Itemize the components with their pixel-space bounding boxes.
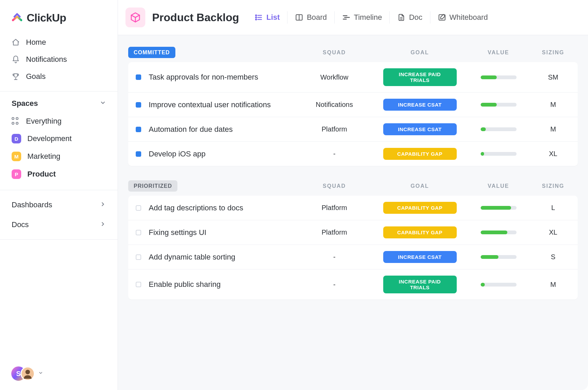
group-label[interactable]: PRIORITIZED [128, 180, 177, 192]
value-bar[interactable] [481, 231, 517, 234]
nav-label: Notifications [26, 55, 67, 64]
status-square-icon[interactable] [136, 230, 141, 235]
goal-pill[interactable]: INCREASE PAID TRIALS [383, 276, 457, 293]
clickup-logo-icon [11, 12, 23, 24]
topbar: Product Backlog ListBoardTimelineDocWhit… [118, 0, 588, 35]
group-header: COMMITTEDSQUADGOALVALUESIZING [128, 47, 578, 62]
sidebar-item-goals[interactable]: Goals [5, 68, 112, 85]
status-square-icon[interactable] [136, 151, 141, 157]
task-row[interactable]: Improve contextual user notificationsNot… [128, 93, 578, 117]
chevron-down-icon [38, 371, 43, 377]
space-product[interactable]: PProduct [5, 165, 112, 183]
chevron-right-icon [100, 200, 106, 209]
space-development[interactable]: DDevelopment [5, 130, 112, 148]
group-prioritized: PRIORITIZEDSQUADGOALVALUESIZINGAdd tag d… [128, 180, 578, 300]
value-bar[interactable] [481, 75, 517, 79]
goal-cell: INCREASE CSAT [375, 123, 464, 135]
task-row[interactable]: Task approvals for non-membersWorkflowIN… [128, 62, 578, 93]
task-row[interactable]: Enable public sharing-INCREASE PAID TRIA… [128, 269, 578, 300]
user-menu[interactable]: S [0, 357, 118, 390]
value-fill [481, 206, 511, 210]
goal-pill[interactable]: INCREASE CSAT [383, 99, 457, 111]
column-header-squad: SQUAD [297, 183, 372, 189]
task-name: Task approvals for non-members [149, 73, 258, 82]
status-square-icon[interactable] [136, 102, 141, 108]
view-tab-board[interactable]: Board [295, 13, 327, 22]
space-everything[interactable]: Everything [5, 113, 112, 130]
status-square-icon[interactable] [136, 74, 141, 80]
task-row[interactable]: Add dynamic table sorting-INCREASE CSATS [128, 245, 578, 269]
value-bar[interactable] [481, 152, 517, 156]
value-cell [468, 152, 529, 156]
main: Product Backlog ListBoardTimelineDocWhit… [118, 0, 588, 390]
view-tab-list[interactable]: List [255, 13, 280, 22]
squad-cell: - [297, 281, 372, 289]
page-cube-icon [125, 8, 145, 27]
task-name: Add dynamic table sorting [149, 253, 235, 262]
task-name: Enable public sharing [149, 280, 220, 289]
column-header-sizing: SIZING [533, 50, 574, 56]
sidebar: ClickUp HomeNotificationsGoals Spaces Ev… [0, 0, 118, 390]
value-cell [468, 127, 529, 131]
task-row[interactable]: Add tag descriptions to docsPlatformCAPA… [128, 196, 578, 220]
task-row[interactable]: Fixing settings UIPlatformCAPABILITY GAP… [128, 220, 578, 245]
avatar-stack: S [10, 365, 35, 382]
logo[interactable]: ClickUp [0, 0, 118, 32]
goal-pill[interactable]: CAPABILITY GAP [383, 148, 457, 160]
chevron-down-icon [100, 99, 106, 108]
task-row[interactable]: Develop iOS app-CAPABILITY GAPXL [128, 142, 578, 166]
status-square-icon[interactable] [136, 254, 141, 260]
sizing-cell: XL [533, 228, 574, 236]
task-name: Improve contextual user notifications [149, 100, 271, 109]
goal-pill[interactable]: CAPABILITY GAP [383, 202, 457, 214]
sidebar-item-notifications[interactable]: Notifications [5, 51, 112, 68]
task-rows: Add tag descriptions to docsPlatformCAPA… [128, 196, 578, 300]
divider [430, 11, 430, 24]
value-bar[interactable] [481, 283, 517, 287]
column-header-sizing: SIZING [533, 183, 574, 189]
divider [334, 11, 335, 24]
value-bar[interactable] [481, 127, 517, 131]
sidebar-item-home[interactable]: Home [5, 34, 112, 51]
goal-pill[interactable]: CAPABILITY GAP [383, 226, 457, 238]
view-tab-whiteboard[interactable]: Whiteboard [438, 13, 488, 22]
value-bar[interactable] [481, 255, 517, 259]
task-row[interactable]: Automation for due datesPlatformINCREASE… [128, 117, 578, 142]
goal-cell: CAPABILITY GAP [375, 202, 464, 214]
space-label: Product [27, 170, 56, 179]
value-bar[interactable] [481, 103, 517, 107]
view-tab-doc[interactable]: Doc [397, 13, 422, 22]
secondary-label: Docs [12, 220, 29, 229]
space-badge: M [12, 152, 21, 161]
space-badge: P [12, 169, 21, 179]
svg-point-5 [256, 17, 257, 18]
space-label: Marketing [27, 152, 61, 161]
task-name: Fixing settings UI [149, 228, 206, 237]
spaces-header[interactable]: Spaces [0, 94, 118, 111]
value-bar[interactable] [481, 206, 517, 210]
spaces-header-label: Spaces [12, 99, 38, 108]
goal-pill[interactable]: INCREASE CSAT [383, 251, 457, 263]
view-tab-label: List [266, 13, 280, 22]
doc-icon [397, 13, 405, 22]
view-tab-label: Board [307, 13, 327, 22]
goal-pill[interactable]: INCREASE PAID TRIALS [383, 68, 457, 86]
sizing-cell: M [533, 101, 574, 109]
status-square-icon[interactable] [136, 282, 141, 287]
sizing-cell: XL [533, 150, 574, 158]
sidebar-item-dashboards[interactable]: Dashboards [5, 195, 112, 215]
squad-cell: Notifications [297, 101, 372, 109]
column-header-value: VALUE [468, 183, 529, 189]
status-square-icon[interactable] [136, 127, 141, 132]
sidebar-item-docs[interactable]: Docs [5, 215, 112, 235]
status-square-icon[interactable] [136, 205, 141, 211]
bell-icon [12, 55, 20, 64]
spaces-list: Everything DDevelopmentMMarketingPProduc… [0, 111, 118, 187]
task-name: Add tag descriptions to docs [149, 204, 243, 212]
goal-pill[interactable]: INCREASE CSAT [383, 123, 457, 135]
group-label[interactable]: COMMITTED [128, 47, 175, 58]
chevron-right-icon [100, 220, 106, 229]
nav-label: Goals [26, 72, 45, 81]
view-tab-timeline[interactable]: Timeline [342, 13, 382, 22]
space-marketing[interactable]: MMarketing [5, 148, 112, 165]
